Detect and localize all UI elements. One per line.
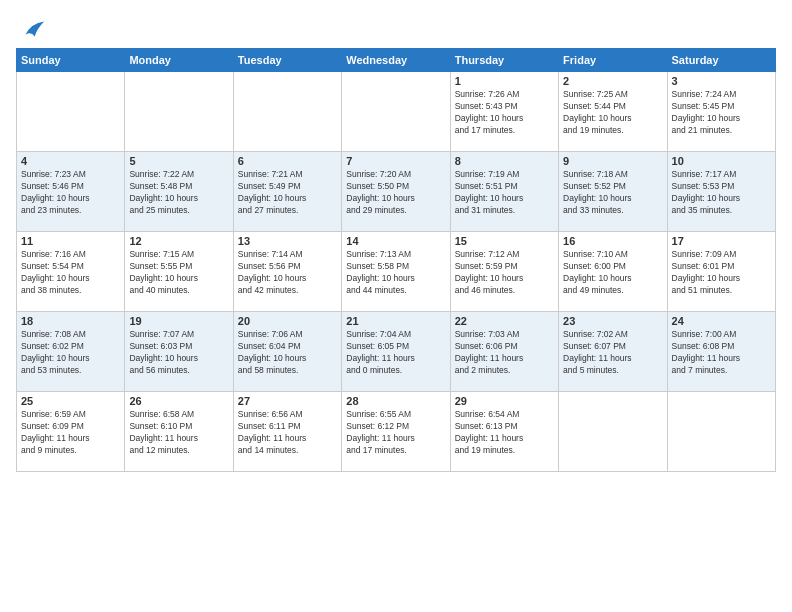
- col-header-monday: Monday: [125, 49, 233, 72]
- day-cell: 12Sunrise: 7:15 AMSunset: 5:55 PMDayligh…: [125, 232, 233, 312]
- col-header-tuesday: Tuesday: [233, 49, 341, 72]
- day-cell: 26Sunrise: 6:58 AMSunset: 6:10 PMDayligh…: [125, 392, 233, 472]
- day-number: 23: [563, 315, 662, 327]
- day-number: 7: [346, 155, 445, 167]
- day-info: Sunrise: 6:54 AMSunset: 6:13 PMDaylight:…: [455, 409, 554, 457]
- day-cell: [667, 392, 775, 472]
- day-info: Sunrise: 7:26 AMSunset: 5:43 PMDaylight:…: [455, 89, 554, 137]
- day-cell: 9Sunrise: 7:18 AMSunset: 5:52 PMDaylight…: [559, 152, 667, 232]
- day-cell: 24Sunrise: 7:00 AMSunset: 6:08 PMDayligh…: [667, 312, 775, 392]
- day-info: Sunrise: 7:19 AMSunset: 5:51 PMDaylight:…: [455, 169, 554, 217]
- day-cell: 20Sunrise: 7:06 AMSunset: 6:04 PMDayligh…: [233, 312, 341, 392]
- day-info: Sunrise: 6:55 AMSunset: 6:12 PMDaylight:…: [346, 409, 445, 457]
- header: [16, 16, 776, 40]
- day-info: Sunrise: 6:59 AMSunset: 6:09 PMDaylight:…: [21, 409, 120, 457]
- day-cell: [342, 72, 450, 152]
- day-number: 3: [672, 75, 771, 87]
- day-info: Sunrise: 7:03 AMSunset: 6:06 PMDaylight:…: [455, 329, 554, 377]
- logo-bird-icon: [18, 16, 46, 44]
- day-number: 24: [672, 315, 771, 327]
- day-number: 19: [129, 315, 228, 327]
- day-cell: 28Sunrise: 6:55 AMSunset: 6:12 PMDayligh…: [342, 392, 450, 472]
- day-number: 13: [238, 235, 337, 247]
- col-header-wednesday: Wednesday: [342, 49, 450, 72]
- week-row-3: 11Sunrise: 7:16 AMSunset: 5:54 PMDayligh…: [17, 232, 776, 312]
- col-header-thursday: Thursday: [450, 49, 558, 72]
- day-number: 14: [346, 235, 445, 247]
- day-info: Sunrise: 7:25 AMSunset: 5:44 PMDaylight:…: [563, 89, 662, 137]
- day-cell: 29Sunrise: 6:54 AMSunset: 6:13 PMDayligh…: [450, 392, 558, 472]
- day-number: 10: [672, 155, 771, 167]
- page: SundayMondayTuesdayWednesdayThursdayFrid…: [0, 0, 792, 612]
- day-cell: 17Sunrise: 7:09 AMSunset: 6:01 PMDayligh…: [667, 232, 775, 312]
- week-row-1: 1Sunrise: 7:26 AMSunset: 5:43 PMDaylight…: [17, 72, 776, 152]
- day-info: Sunrise: 7:23 AMSunset: 5:46 PMDaylight:…: [21, 169, 120, 217]
- day-number: 29: [455, 395, 554, 407]
- day-cell: 11Sunrise: 7:16 AMSunset: 5:54 PMDayligh…: [17, 232, 125, 312]
- day-info: Sunrise: 7:16 AMSunset: 5:54 PMDaylight:…: [21, 249, 120, 297]
- day-info: Sunrise: 7:09 AMSunset: 6:01 PMDaylight:…: [672, 249, 771, 297]
- day-info: Sunrise: 7:13 AMSunset: 5:58 PMDaylight:…: [346, 249, 445, 297]
- day-number: 26: [129, 395, 228, 407]
- day-cell: 23Sunrise: 7:02 AMSunset: 6:07 PMDayligh…: [559, 312, 667, 392]
- day-number: 8: [455, 155, 554, 167]
- day-cell: 15Sunrise: 7:12 AMSunset: 5:59 PMDayligh…: [450, 232, 558, 312]
- day-number: 1: [455, 75, 554, 87]
- day-number: 12: [129, 235, 228, 247]
- day-info: Sunrise: 7:21 AMSunset: 5:49 PMDaylight:…: [238, 169, 337, 217]
- day-info: Sunrise: 7:15 AMSunset: 5:55 PMDaylight:…: [129, 249, 228, 297]
- day-cell: 5Sunrise: 7:22 AMSunset: 5:48 PMDaylight…: [125, 152, 233, 232]
- day-number: 15: [455, 235, 554, 247]
- day-number: 28: [346, 395, 445, 407]
- day-info: Sunrise: 7:22 AMSunset: 5:48 PMDaylight:…: [129, 169, 228, 217]
- day-number: 6: [238, 155, 337, 167]
- day-number: 25: [21, 395, 120, 407]
- week-row-5: 25Sunrise: 6:59 AMSunset: 6:09 PMDayligh…: [17, 392, 776, 472]
- day-info: Sunrise: 7:14 AMSunset: 5:56 PMDaylight:…: [238, 249, 337, 297]
- day-number: 20: [238, 315, 337, 327]
- day-info: Sunrise: 7:20 AMSunset: 5:50 PMDaylight:…: [346, 169, 445, 217]
- day-cell: 25Sunrise: 6:59 AMSunset: 6:09 PMDayligh…: [17, 392, 125, 472]
- day-cell: 14Sunrise: 7:13 AMSunset: 5:58 PMDayligh…: [342, 232, 450, 312]
- day-cell: 27Sunrise: 6:56 AMSunset: 6:11 PMDayligh…: [233, 392, 341, 472]
- day-info: Sunrise: 7:04 AMSunset: 6:05 PMDaylight:…: [346, 329, 445, 377]
- day-cell: 22Sunrise: 7:03 AMSunset: 6:06 PMDayligh…: [450, 312, 558, 392]
- day-number: 2: [563, 75, 662, 87]
- day-number: 18: [21, 315, 120, 327]
- week-row-4: 18Sunrise: 7:08 AMSunset: 6:02 PMDayligh…: [17, 312, 776, 392]
- day-info: Sunrise: 7:17 AMSunset: 5:53 PMDaylight:…: [672, 169, 771, 217]
- day-cell: [559, 392, 667, 472]
- day-cell: 7Sunrise: 7:20 AMSunset: 5:50 PMDaylight…: [342, 152, 450, 232]
- day-cell: 1Sunrise: 7:26 AMSunset: 5:43 PMDaylight…: [450, 72, 558, 152]
- day-cell: 16Sunrise: 7:10 AMSunset: 6:00 PMDayligh…: [559, 232, 667, 312]
- day-cell: [125, 72, 233, 152]
- week-row-2: 4Sunrise: 7:23 AMSunset: 5:46 PMDaylight…: [17, 152, 776, 232]
- day-number: 5: [129, 155, 228, 167]
- day-number: 4: [21, 155, 120, 167]
- day-info: Sunrise: 7:07 AMSunset: 6:03 PMDaylight:…: [129, 329, 228, 377]
- day-info: Sunrise: 6:58 AMSunset: 6:10 PMDaylight:…: [129, 409, 228, 457]
- day-cell: 19Sunrise: 7:07 AMSunset: 6:03 PMDayligh…: [125, 312, 233, 392]
- logo: [16, 16, 46, 40]
- day-cell: 10Sunrise: 7:17 AMSunset: 5:53 PMDayligh…: [667, 152, 775, 232]
- day-info: Sunrise: 7:12 AMSunset: 5:59 PMDaylight:…: [455, 249, 554, 297]
- header-row: SundayMondayTuesdayWednesdayThursdayFrid…: [17, 49, 776, 72]
- day-cell: 6Sunrise: 7:21 AMSunset: 5:49 PMDaylight…: [233, 152, 341, 232]
- day-number: 11: [21, 235, 120, 247]
- day-cell: [233, 72, 341, 152]
- day-cell: 21Sunrise: 7:04 AMSunset: 6:05 PMDayligh…: [342, 312, 450, 392]
- day-number: 16: [563, 235, 662, 247]
- col-header-sunday: Sunday: [17, 49, 125, 72]
- day-info: Sunrise: 7:10 AMSunset: 6:00 PMDaylight:…: [563, 249, 662, 297]
- calendar-table: SundayMondayTuesdayWednesdayThursdayFrid…: [16, 48, 776, 472]
- day-info: Sunrise: 7:24 AMSunset: 5:45 PMDaylight:…: [672, 89, 771, 137]
- day-number: 21: [346, 315, 445, 327]
- day-cell: 3Sunrise: 7:24 AMSunset: 5:45 PMDaylight…: [667, 72, 775, 152]
- day-cell: 2Sunrise: 7:25 AMSunset: 5:44 PMDaylight…: [559, 72, 667, 152]
- day-cell: [17, 72, 125, 152]
- day-cell: 4Sunrise: 7:23 AMSunset: 5:46 PMDaylight…: [17, 152, 125, 232]
- day-info: Sunrise: 7:08 AMSunset: 6:02 PMDaylight:…: [21, 329, 120, 377]
- day-info: Sunrise: 6:56 AMSunset: 6:11 PMDaylight:…: [238, 409, 337, 457]
- day-cell: 8Sunrise: 7:19 AMSunset: 5:51 PMDaylight…: [450, 152, 558, 232]
- day-number: 17: [672, 235, 771, 247]
